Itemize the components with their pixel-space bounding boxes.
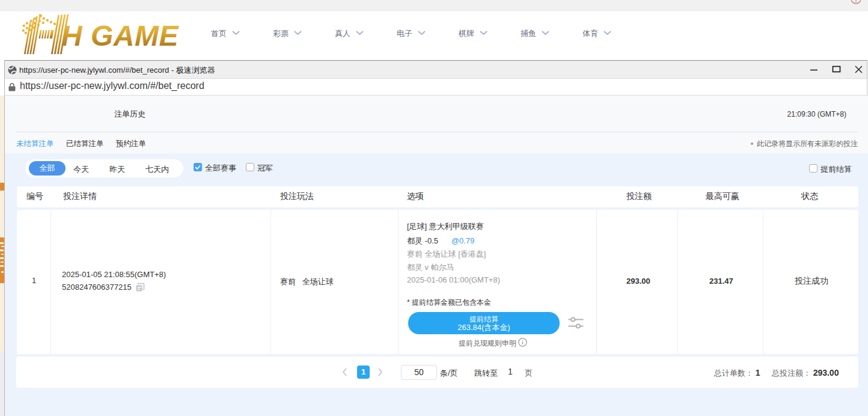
svg-text:H GAME: H GAME [61,20,179,52]
